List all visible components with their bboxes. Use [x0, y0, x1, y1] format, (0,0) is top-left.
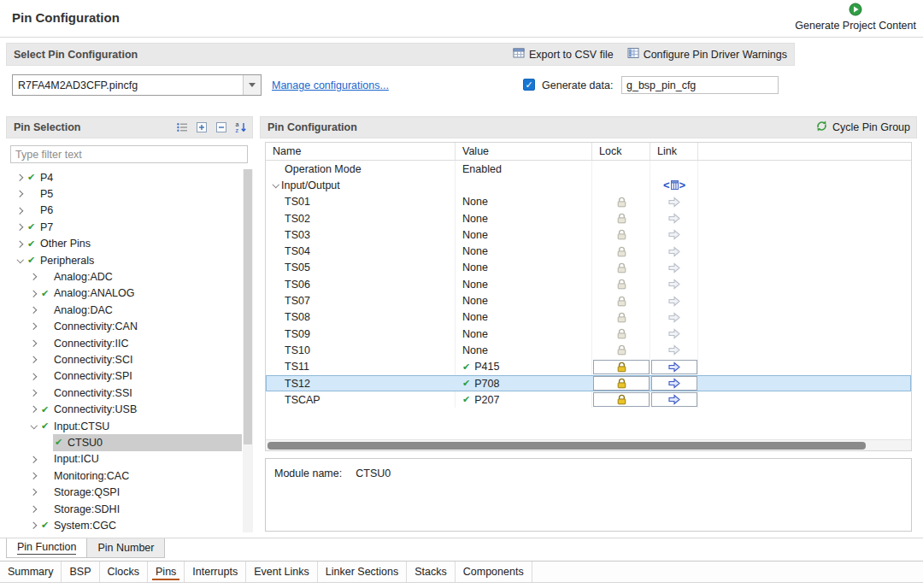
- cell-value[interactable]: [456, 177, 592, 193]
- tree-item-storage-sdhi[interactable]: Storage:SDHI: [6, 501, 242, 517]
- tree-filter-input[interactable]: [10, 145, 248, 163]
- table-row-ts06[interactable]: TS06None: [266, 276, 911, 292]
- table-row-ts09[interactable]: TS09None: [266, 326, 911, 342]
- chevron-down-icon[interactable]: [15, 259, 26, 262]
- configure-pin-driver-warnings-button[interactable]: Configure Pin Driver Warnings: [627, 47, 787, 62]
- collapse-all-icon[interactable]: [214, 121, 228, 135]
- generate-data-checkbox[interactable]: [523, 79, 535, 91]
- tree-item-p7[interactable]: ✔P7: [6, 219, 242, 235]
- table-row-ts01[interactable]: TS01None: [266, 194, 911, 210]
- chevron-right-icon[interactable]: [15, 209, 26, 214]
- editor-tab-linker-sections[interactable]: Linker Sections: [318, 562, 407, 582]
- chevron-right-icon[interactable]: [28, 374, 39, 379]
- chevron-right-icon[interactable]: [15, 175, 26, 180]
- chevron-right-icon[interactable]: [28, 507, 39, 512]
- editor-tab-components[interactable]: Components: [456, 562, 532, 582]
- export-to-csv-button[interactable]: Export to CSV file: [513, 47, 614, 62]
- lock-icon[interactable]: [593, 376, 650, 391]
- tree-item-connectivity-iic[interactable]: Connectivity:IIC: [6, 335, 242, 351]
- chevron-right-icon[interactable]: [28, 291, 39, 297]
- tree-item-p4[interactable]: ✔P4: [6, 169, 242, 185]
- editor-tab-bsp[interactable]: BSP: [62, 562, 99, 582]
- generate-project-content-button[interactable]: Generate Project Content: [795, 3, 916, 32]
- tree-item-input-icu[interactable]: Input:ICU: [6, 451, 242, 467]
- tree-item-monitoring-cac[interactable]: Monitoring:CAC: [6, 467, 242, 484]
- cell-value[interactable]: ✔P415: [456, 359, 592, 375]
- chevron-right-icon[interactable]: [28, 473, 39, 479]
- table-row-ts10[interactable]: TS10None: [266, 342, 911, 358]
- lock-icon[interactable]: [593, 360, 650, 374]
- cell-value[interactable]: None: [456, 243, 592, 259]
- cell-value[interactable]: None: [456, 292, 592, 309]
- table-row-ts04[interactable]: TS04None: [266, 243, 911, 259]
- tree-item-system-cgc[interactable]: ✔System:CGC: [6, 517, 242, 532]
- chevron-right-icon[interactable]: [28, 391, 39, 396]
- chevron-right-icon[interactable]: [15, 225, 26, 230]
- cell-value[interactable]: Enabled: [456, 161, 592, 177]
- chevron-down-icon[interactable]: [28, 425, 39, 428]
- tab-pin-number[interactable]: Pin Number: [87, 538, 165, 558]
- tree-item-input-ctsu[interactable]: ✔Input:CTSU: [6, 418, 242, 434]
- editor-tab-event-links[interactable]: Event Links: [246, 562, 318, 582]
- tree-item-analog-dac[interactable]: Analog:DAC: [6, 302, 242, 318]
- tree-menu-icon[interactable]: [174, 121, 189, 135]
- cell-value[interactable]: None: [456, 326, 592, 342]
- chevron-right-icon[interactable]: [15, 242, 26, 247]
- link-arrow-icon[interactable]: [651, 376, 697, 391]
- chevron-right-icon[interactable]: [28, 490, 39, 495]
- table-row-ts05[interactable]: TS05None: [266, 260, 911, 276]
- editor-tab-summary[interactable]: Summary: [0, 562, 62, 582]
- cell-value[interactable]: None: [456, 260, 592, 276]
- chevron-right-icon[interactable]: [28, 407, 39, 412]
- cell-value[interactable]: None: [456, 194, 592, 210]
- tree-item-analog-analog[interactable]: ✔Analog:ANALOG: [6, 285, 242, 302]
- tree-item-ctsu0[interactable]: ✔CTSU0: [6, 434, 242, 450]
- table-row-ts03[interactable]: TS03None: [266, 226, 911, 243]
- tree-item-p6[interactable]: P6: [6, 203, 242, 219]
- table-row-operation-mode[interactable]: Operation ModeEnabled: [266, 161, 911, 177]
- link-arrow-icon[interactable]: [651, 392, 697, 407]
- cell-value[interactable]: None: [456, 226, 592, 243]
- tree-item-p5[interactable]: P5: [6, 185, 242, 202]
- manage-configurations-link[interactable]: Manage configurations...: [272, 79, 389, 91]
- editor-tab-clocks[interactable]: Clocks: [100, 562, 149, 582]
- chevron-right-icon[interactable]: [28, 274, 39, 279]
- table-row-ts11[interactable]: TS11✔P415: [266, 359, 911, 375]
- editor-tab-stacks[interactable]: Stacks: [407, 562, 456, 582]
- chevron-right-icon[interactable]: [28, 324, 39, 329]
- cycle-pin-group-button[interactable]: Cycle Pin Group: [815, 120, 910, 135]
- table-row-tscap[interactable]: TSCAP✔P207: [266, 391, 911, 408]
- tree-item-analog-adc[interactable]: Analog:ADC: [6, 268, 242, 285]
- table-row-ts02[interactable]: TS02None: [266, 210, 911, 226]
- lock-icon[interactable]: [593, 392, 650, 407]
- table-scrollbar-thumb[interactable]: [267, 442, 866, 450]
- pin-group-selector-icon[interactable]: <>: [663, 179, 685, 191]
- tab-pin-function[interactable]: Pin Function: [6, 538, 87, 558]
- tree-scrollbar-thumb[interactable]: [244, 169, 252, 444]
- generate-data-input[interactable]: [621, 76, 779, 94]
- chevron-right-icon[interactable]: [28, 341, 39, 346]
- editor-tab-pins[interactable]: Pins: [148, 562, 185, 582]
- table-row-ts08[interactable]: TS08None: [266, 309, 911, 326]
- table-row-ts12[interactable]: TS12✔P708: [266, 375, 911, 391]
- cell-value[interactable]: None: [456, 342, 592, 358]
- chevron-right-icon[interactable]: [28, 308, 39, 313]
- chevron-right-icon[interactable]: [15, 191, 26, 197]
- link-arrow-icon[interactable]: [651, 360, 697, 374]
- tree-item-other-pins[interactable]: ✔Other Pins: [6, 236, 242, 252]
- tree-item-connectivity-can[interactable]: Connectivity:CAN: [6, 319, 242, 335]
- cell-value[interactable]: None: [456, 210, 592, 226]
- editor-tab-interrupts[interactable]: Interrupts: [185, 562, 246, 582]
- pin-configuration-combobox[interactable]: R7FA4M2AD3CFP.pincfg: [12, 74, 262, 96]
- chevron-right-icon[interactable]: [28, 357, 39, 362]
- tree-item-peripherals[interactable]: ✔Peripherals: [6, 252, 242, 268]
- tree-item-storage-qspi[interactable]: Storage:QSPI: [6, 484, 242, 500]
- chevron-down-icon[interactable]: [270, 184, 281, 187]
- chevron-right-icon[interactable]: [28, 523, 39, 528]
- cell-value[interactable]: None: [456, 309, 592, 326]
- cell-value[interactable]: ✔P207: [456, 391, 592, 408]
- sort-az-icon[interactable]: az: [233, 121, 248, 135]
- tree-item-connectivity-sci[interactable]: Connectivity:SCI: [6, 351, 242, 368]
- table-row-ts07[interactable]: TS07None: [266, 292, 911, 309]
- expand-all-icon[interactable]: [194, 121, 209, 135]
